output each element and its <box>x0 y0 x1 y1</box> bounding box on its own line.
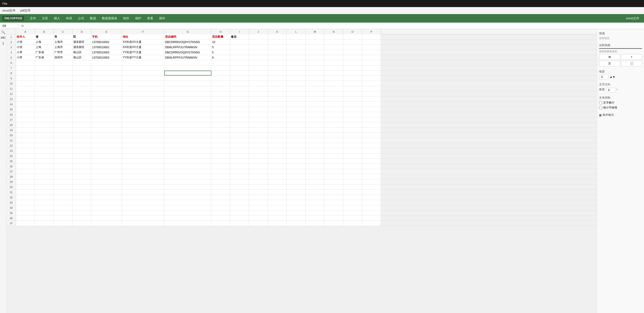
cell-15-J[interactable] <box>249 107 268 112</box>
cell-19-B[interactable] <box>35 128 54 132</box>
cell-20-I[interactable] <box>230 133 249 138</box>
cell-22-E[interactable] <box>91 143 122 148</box>
cell-20-J[interactable] <box>249 133 268 138</box>
cell-26-D[interactable] <box>72 164 91 169</box>
cell-22-P[interactable] <box>362 143 381 148</box>
cell-8-L[interactable] <box>287 70 306 76</box>
cell-4-M[interactable] <box>306 50 324 55</box>
cell-34-F[interactable] <box>122 205 164 210</box>
cell-17-F[interactable] <box>122 117 164 122</box>
cell-11-N[interactable] <box>324 86 343 91</box>
table-row[interactable]: 16 <box>6 112 597 117</box>
cell-1-I[interactable]: 备注 <box>230 34 249 39</box>
cell-26-L[interactable] <box>287 164 306 169</box>
cell-24-D[interactable] <box>72 154 91 158</box>
cell-37-H[interactable] <box>211 221 230 226</box>
cell-1-C[interactable]: 市 <box>54 34 72 39</box>
cell-14-E[interactable] <box>91 102 122 106</box>
cell-20-K[interactable] <box>268 133 287 138</box>
cell-28-C[interactable] <box>54 174 72 179</box>
cell-10-I[interactable] <box>230 81 249 86</box>
cell-14-L[interactable] <box>287 102 306 106</box>
cell-16-C[interactable] <box>54 112 72 117</box>
cell-26-N[interactable] <box>324 164 343 169</box>
cell-25-E[interactable] <box>91 158 122 164</box>
cell-30-P[interactable] <box>362 184 381 190</box>
cell-20-H[interactable] <box>211 133 230 138</box>
cell-13-E[interactable] <box>91 96 122 102</box>
cell-16-H[interactable] <box>211 112 230 117</box>
cell-1-K[interactable] <box>268 34 287 39</box>
cell-3-O[interactable] <box>343 45 362 50</box>
cell-24-A[interactable] <box>16 154 35 158</box>
cell-11-A[interactable] <box>16 86 35 91</box>
cell-15-N[interactable] <box>324 107 343 112</box>
cell-2-I[interactable] <box>230 40 249 44</box>
cell-2-D[interactable]: 浦东新区 <box>72 40 91 44</box>
cell-8-D[interactable] <box>72 70 91 76</box>
cell-16-B[interactable] <box>35 112 54 117</box>
cell-27-K[interactable] <box>268 169 287 174</box>
cell-1-G[interactable]: 货品编码 <box>164 34 211 39</box>
cell-15-A[interactable] <box>16 107 35 112</box>
cell-6-K[interactable] <box>268 60 287 65</box>
cell-14-M[interactable] <box>306 102 324 106</box>
cell-14-A[interactable] <box>16 102 35 106</box>
cell-37-M[interactable] <box>306 221 324 226</box>
wrap-checkbox[interactable] <box>599 101 602 104</box>
col-header-j[interactable]: J <box>249 29 268 34</box>
col-header-e[interactable]: E <box>91 29 122 34</box>
col-header-p[interactable]: P <box>362 29 381 34</box>
cell-5-C[interactable]: 深圳市 <box>54 55 72 60</box>
cell-25-B[interactable] <box>35 158 54 164</box>
cell-23-O[interactable] <box>343 148 362 153</box>
cell-35-F[interactable] <box>122 210 164 215</box>
cell-27-A[interactable] <box>16 169 35 174</box>
cell-29-D[interactable] <box>72 179 91 184</box>
cell-24-I[interactable] <box>230 154 249 158</box>
ribbon-pivot[interactable]: 数据透视表 <box>100 15 120 22</box>
cell-19-E[interactable] <box>91 128 122 132</box>
table-row[interactable]: 35 <box>6 210 597 216</box>
cell-28-E[interactable] <box>91 174 122 179</box>
cell-4-B[interactable]: 广东省 <box>35 50 54 55</box>
table-row[interactable]: 33 <box>6 200 597 205</box>
cell-12-K[interactable] <box>268 91 287 96</box>
cell-18-I[interactable] <box>230 122 249 127</box>
cell-33-H[interactable] <box>211 200 230 205</box>
ribbon-insert[interactable]: 插入 <box>52 15 62 22</box>
cell-8-O[interactable] <box>343 70 362 76</box>
cell-22-F[interactable] <box>122 143 164 148</box>
table-row[interactable]: 7 <box>6 66 597 70</box>
cell-2-A[interactable]: 小张 <box>16 40 35 44</box>
cell-33-M[interactable] <box>306 200 324 205</box>
cell-22-O[interactable] <box>343 143 362 148</box>
cell-4-E[interactable]: 13700010003 <box>91 50 122 55</box>
cell-31-F[interactable] <box>122 190 164 194</box>
cell-19-J[interactable] <box>249 128 268 132</box>
cell-3-C[interactable]: 上海市 <box>54 45 72 50</box>
cell-6-E[interactable] <box>91 60 122 65</box>
table-row[interactable]: 34 <box>6 205 597 210</box>
cell-9-M[interactable] <box>306 76 324 81</box>
cell-7-C[interactable] <box>54 66 72 70</box>
cell-23-H[interactable] <box>211 148 230 153</box>
cell-20-M[interactable] <box>306 133 324 138</box>
cell-22-B[interactable] <box>35 143 54 148</box>
ribbon-plugin[interactable]: 插件 <box>157 15 168 22</box>
cell-10-L[interactable] <box>287 81 306 86</box>
cell-4-G[interactable]: DBCDRR6VOQ9YGTKN5G <box>164 50 211 55</box>
ribbon-layout[interactable]: 布局 <box>64 15 74 22</box>
cell-26-G[interactable] <box>164 164 211 169</box>
cell-36-I[interactable] <box>230 216 249 220</box>
cell-8-I[interactable] <box>230 70 249 76</box>
cell-5-B[interactable]: 广东省 <box>35 55 54 60</box>
cell-35-E[interactable] <box>91 210 122 215</box>
table-row[interactable]: 27 <box>6 169 597 174</box>
cell-26-A[interactable] <box>16 164 35 169</box>
cell-37-E[interactable] <box>91 221 122 226</box>
cell-3-A[interactable]: 小张 <box>16 45 35 50</box>
cell-32-P[interactable] <box>362 195 381 200</box>
cell-35-H[interactable] <box>211 210 230 215</box>
cell-8-P[interactable] <box>362 70 381 76</box>
